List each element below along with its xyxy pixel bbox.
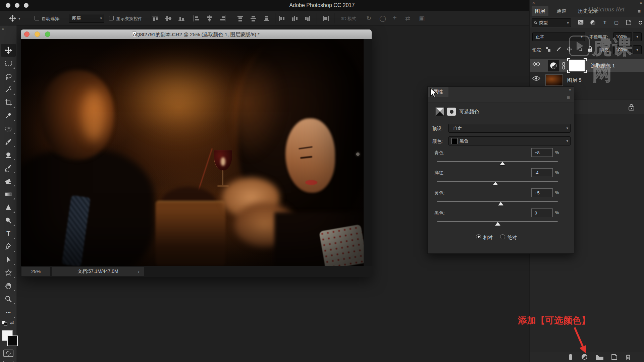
quick-mask-button[interactable] bbox=[3, 349, 13, 359]
align-vertical-centers-icon[interactable] bbox=[164, 14, 172, 22]
filter-pixel-layers-icon[interactable] bbox=[578, 20, 584, 26]
lock-transparent-pixels-icon[interactable] bbox=[546, 47, 551, 52]
add-mask-button[interactable] bbox=[569, 354, 572, 360]
distribute-vertical-centers-icon[interactable] bbox=[249, 14, 257, 22]
tools-expand-icon[interactable]: » bbox=[2, 27, 4, 31]
layer-filter-type-dropdown[interactable]: 类型 ▾ bbox=[532, 18, 571, 27]
tool-custom-shape[interactable] bbox=[1, 266, 16, 279]
lock-image-pixels-icon[interactable] bbox=[556, 46, 561, 53]
yellow-slider-thumb[interactable] bbox=[498, 202, 503, 205]
cyan-value-field[interactable]: +8 bbox=[531, 148, 553, 157]
absolute-radio-label[interactable]: 绝对 bbox=[507, 235, 517, 241]
tool-brush[interactable] bbox=[1, 135, 16, 148]
layer-mask-thumbnail[interactable] bbox=[569, 60, 585, 71]
tool-crop[interactable] bbox=[1, 96, 16, 109]
tool-dodge[interactable] bbox=[1, 214, 16, 227]
layer-image-thumbnail[interactable] bbox=[545, 74, 563, 86]
tool-lasso[interactable] bbox=[1, 70, 16, 83]
filter-adjustment-layers-icon[interactable] bbox=[590, 20, 595, 25]
tool-quick-selection[interactable] bbox=[1, 83, 16, 96]
filter-smart-object-icon[interactable] bbox=[626, 20, 631, 26]
distribute-left-edges-icon[interactable] bbox=[277, 14, 285, 22]
properties-collapse-icon[interactable]: « bbox=[569, 87, 571, 92]
auto-select-target-dropdown[interactable]: 图层 ▾ bbox=[69, 14, 104, 23]
status-chevron-icon[interactable]: › bbox=[138, 269, 140, 274]
new-group-button[interactable] bbox=[595, 355, 604, 362]
cyan-slider-track[interactable] bbox=[437, 161, 558, 162]
align-bottom-edges-icon[interactable] bbox=[177, 14, 185, 22]
tool-clone-stamp[interactable] bbox=[1, 148, 16, 161]
mask-badge-icon[interactable] bbox=[447, 108, 456, 116]
filter-shape-layers-icon[interactable]: ▢ bbox=[614, 20, 619, 25]
cyan-slider-thumb[interactable] bbox=[500, 162, 505, 165]
swap-colors-icon[interactable]: ⇄ bbox=[10, 320, 14, 325]
tool-gradient[interactable] bbox=[1, 188, 16, 200]
filter-type-layers-icon[interactable]: T bbox=[603, 20, 606, 25]
opacity-caret-button[interactable]: ▾ bbox=[633, 32, 642, 41]
new-layer-button[interactable] bbox=[611, 354, 618, 362]
3d-rotate-icon[interactable]: ↻ bbox=[366, 15, 371, 22]
adjustment-layer-thumbnail[interactable] bbox=[548, 60, 559, 71]
tool-edit-toolbar[interactable]: ••• bbox=[1, 306, 16, 319]
zoom-level-field[interactable]: 25% bbox=[21, 267, 50, 276]
delete-layer-button[interactable] bbox=[625, 354, 631, 362]
layer-name[interactable]: 选取颜色 1 bbox=[591, 63, 615, 69]
layer-row-selective-color[interactable]: 选取颜色 1 bbox=[530, 59, 644, 73]
lock-all-icon[interactable] bbox=[588, 46, 593, 53]
tab-layers[interactable]: 图层 bbox=[532, 6, 548, 16]
tool-eraser[interactable] bbox=[1, 175, 16, 187]
mini-default-colors-icon[interactable] bbox=[2, 320, 7, 327]
3d-roll-icon[interactable]: ◯ bbox=[379, 15, 386, 22]
distribute-top-edges-icon[interactable] bbox=[236, 14, 244, 22]
relative-radio[interactable] bbox=[476, 234, 481, 239]
move-tool-preset-icon[interactable] bbox=[9, 14, 16, 23]
yellow-slider-track[interactable] bbox=[437, 201, 558, 202]
layer-name[interactable]: 图层 5 bbox=[567, 77, 582, 83]
tool-eyedropper[interactable] bbox=[1, 109, 16, 122]
tool-hand[interactable] bbox=[1, 280, 16, 292]
layer-row-image[interactable]: 图层 5 bbox=[530, 73, 644, 87]
tool-patch[interactable] bbox=[1, 122, 16, 135]
show-transform-checkbox[interactable] bbox=[109, 16, 114, 20]
tool-pen[interactable] bbox=[1, 240, 16, 253]
document-title-bar[interactable]: AQ8I2791的副本.CR2 @ 25% (选取颜色 1, 图层蒙版/8) * bbox=[21, 29, 372, 39]
filter-toggle-icon[interactable] bbox=[639, 21, 642, 24]
3d-slide-icon[interactable]: ⇄ bbox=[405, 15, 410, 22]
3d-scale-icon[interactable]: ▣ bbox=[419, 15, 425, 22]
document-info-field[interactable]: 文档:57.1M/447.0M › bbox=[52, 267, 144, 276]
tab-channels[interactable]: 通道 bbox=[553, 6, 570, 16]
magenta-value-field[interactable]: -4 bbox=[531, 168, 553, 177]
auto-select-checkbox[interactable] bbox=[35, 16, 39, 20]
layer-visibility-toggle[interactable] bbox=[532, 76, 541, 84]
absolute-radio[interactable] bbox=[500, 234, 505, 239]
lock-position-icon[interactable] bbox=[567, 46, 572, 53]
relative-radio-label[interactable]: 相对 bbox=[483, 235, 493, 241]
tool-preset-caret-icon[interactable]: ▾ bbox=[18, 16, 20, 21]
tool-move[interactable] bbox=[1, 44, 16, 57]
black-slider-thumb[interactable] bbox=[495, 222, 500, 226]
layers-panel-menu-icon[interactable]: ≡ bbox=[638, 8, 641, 14]
opacity-value-field[interactable]: 100% bbox=[613, 32, 632, 41]
screen-mode-button[interactable] bbox=[3, 359, 13, 362]
distribute-spacing-icon[interactable] bbox=[321, 14, 329, 22]
preset-dropdown[interactable]: 自定 ▾ bbox=[448, 124, 571, 133]
background-color-swatch[interactable] bbox=[7, 336, 18, 346]
magenta-slider-thumb[interactable] bbox=[493, 182, 498, 185]
tool-rectangular-marquee[interactable] bbox=[1, 57, 16, 70]
photo-canvas[interactable] bbox=[21, 39, 364, 266]
black-value-field[interactable]: 0 bbox=[531, 208, 553, 217]
distribute-bottom-edges-icon[interactable] bbox=[263, 14, 271, 22]
background-lock-icon[interactable] bbox=[629, 104, 634, 112]
mask-link-icon[interactable] bbox=[562, 62, 566, 71]
tab-history[interactable]: 历史记录 bbox=[575, 6, 601, 16]
canvas-area[interactable] bbox=[21, 39, 372, 266]
distribute-horizontal-centers-icon[interactable] bbox=[290, 14, 299, 22]
tool-type[interactable]: T bbox=[1, 227, 16, 240]
lock-artboard-icon[interactable] bbox=[577, 46, 583, 53]
distribute-right-edges-icon[interactable] bbox=[304, 14, 312, 22]
panel-collapse-icon[interactable]: « bbox=[640, 0, 641, 5]
tool-path-selection[interactable] bbox=[1, 253, 16, 266]
blend-mode-dropdown[interactable]: 正常 ▾ bbox=[532, 32, 585, 41]
tool-sharpen[interactable] bbox=[1, 201, 16, 214]
tool-zoom[interactable] bbox=[1, 293, 16, 305]
